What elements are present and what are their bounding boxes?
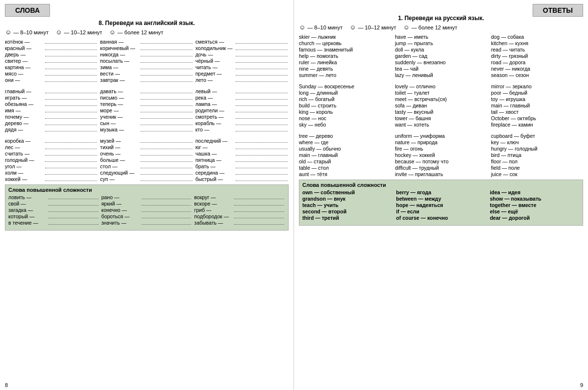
left-time-row: ☺ — 8–10 минут ☺ — 10–12 минут ☺ — более… [5,28,289,36]
word-line: свой — [8,201,99,207]
answer-pair: help — помогать [299,53,391,59]
word-line: ловить — [8,194,99,200]
answer-pair: tasty — вкусный [395,109,487,115]
word-line: лес — [5,144,98,150]
answer-pair: read — читать [491,47,583,52]
word-line: ванная — [100,39,193,45]
r-time-label-3: — более 12 минут [412,25,458,30]
right-section-2: Sunday — воскресенье long — длинный rich… [299,83,583,128]
r-adv-col-2: berry — ягода between — между hope — над… [396,189,486,221]
answer-pair: tree — дерево [299,133,391,139]
answer-pair: difficult — трудный [395,165,487,171]
answer-pair: own — собственный [302,189,392,195]
word-line: рано — [101,194,193,200]
word-line: кто — [196,127,289,132]
word-line: дверь — [5,52,98,57]
word-line: зима — [100,64,193,70]
r-time-item-1: ☺ — 8–10 минут [299,24,343,31]
answer-pair: skier — лыжник [299,34,391,40]
word-line: холодильник — [196,45,289,51]
word-line: в течение — [8,220,99,226]
answer-pair: road — дорога [491,59,583,65]
left-header: СЛОВА [5,4,50,17]
word-line: чашка — [196,151,289,156]
answer-pair: together — вместе [490,202,580,208]
right-advanced-section: Слова повышенной сложности own — собстве… [299,180,583,226]
word-line: бороться — [101,213,193,219]
answer-pair: table — стол [299,165,391,171]
word-line: корабль — [196,120,289,126]
left-col-2-1: главный — играть — обезьяна — имя — поче… [5,88,98,133]
word-line: сын — [100,120,193,126]
smiley-2: ☺ [55,28,62,36]
word-line: последний — [196,138,289,144]
answer-pair: long — длинный [299,90,391,96]
answer-pair: show — показывать [490,196,580,202]
answer-pair: build — строить [299,103,391,108]
word-line: середина — [196,170,289,176]
ans-col-1-1: skier — лыжник church — церковь famous —… [299,34,391,78]
answer-pair: never — никогда [491,66,583,72]
left-adv-col-1: ловить — свой — загадка — который — в те… [8,194,99,226]
word-line: пятница — [196,157,289,163]
word-line: считать — [5,151,98,156]
answer-pair: nine — девять [299,66,391,72]
word-line: они — [5,77,98,83]
answer-pair: hope — надеяться [396,202,486,208]
answer-pair: tower — башня [395,115,487,121]
right-section-1: skier — лыжник church — церковь famous —… [299,34,583,78]
r-time-label-2: — 10–12 минут [358,25,396,30]
left-advanced-section: Слова повышенной сложности ловить — свой… [5,184,289,231]
left-col-3-3: последний — юг — чашка — пятница — брать… [196,138,289,182]
answer-pair: of course — конечно [396,215,486,221]
answer-pair: king — король [299,109,391,115]
word-line: красный — [5,45,98,51]
r-smiley-1: ☺ [299,24,305,31]
left-advanced-cols: ловить — свой — загадка — который — в те… [8,194,285,226]
time-item-1: ☺ — 8–10 минут [5,28,49,36]
left-page: СЛОВА 8. Переведи на английский язык. ☺ … [0,0,294,390]
word-line: котёнок — [5,39,98,45]
answer-pair: aunt — тётя [299,171,391,177]
word-line: суп — [100,176,193,182]
ans-col-3-3: cupboard — буфет key — ключ hungry — гол… [491,133,583,178]
left-section-2: главный — играть — обезьяна — имя — поче… [5,88,289,133]
time-item-2: ☺ — 10–12 минут [55,28,102,36]
answer-pair: poor — бедный [491,90,583,96]
r-time-item-3: ☺ — более 12 минут [403,24,458,31]
right-page-number: 9 [580,382,583,388]
word-line: обезьяна — [5,101,98,107]
word-line: тихий — [100,144,193,150]
word-line: гриб — [194,207,285,213]
time-label-3: — более 12 минут [118,29,164,35]
word-line: теперь — [100,101,193,107]
answer-pair: ruler — линейка [299,59,391,65]
answer-pair: grandson — внук [302,196,392,202]
answer-pair: nature — природа [395,139,487,145]
word-line: главный — [5,88,98,94]
ans-col-2-3: mirror — зеркало poor — бедный toy — игр… [491,83,583,128]
word-line: следующий — [100,170,193,176]
answer-pair: kitchen — кухня [491,40,583,46]
ans-col-1-2: have — иметь jump — прыгать doll — кукла… [395,34,487,78]
ans-col-3-1: tree — дерево where — где usually — обыч… [299,133,391,178]
word-line: родители — [196,107,289,113]
left-col-1-2: ванная — коричневый — никогда — посылать… [100,39,193,83]
answer-pair: dear — дорогой [490,215,580,221]
answer-pair: because — потому что [395,158,487,164]
word-line: больше — [100,157,193,163]
answer-pair: invite — приглашать [395,171,487,177]
word-line: вскоре — [194,201,285,207]
right-advanced-cols: own — собственный grandson — внук teach … [302,189,580,221]
r-time-label-1: — 8–10 минут [307,25,343,30]
word-line: никогда — [100,52,193,57]
word-line: смотреть — [196,114,289,120]
ans-col-1-3: dog — собака kitchen — кухня read — чита… [491,34,583,78]
word-line: завтрак — [100,77,193,83]
left-section-1: котёнок — красный — дверь — свитер — кар… [5,39,289,83]
word-line: быстрый — [196,176,289,182]
r-adv-col-3: idea — идея show — показывать together —… [490,189,580,221]
answer-pair: between — между [396,196,486,202]
answer-pair: else — ещё [490,208,580,214]
answer-pair: church — церковь [299,40,391,46]
